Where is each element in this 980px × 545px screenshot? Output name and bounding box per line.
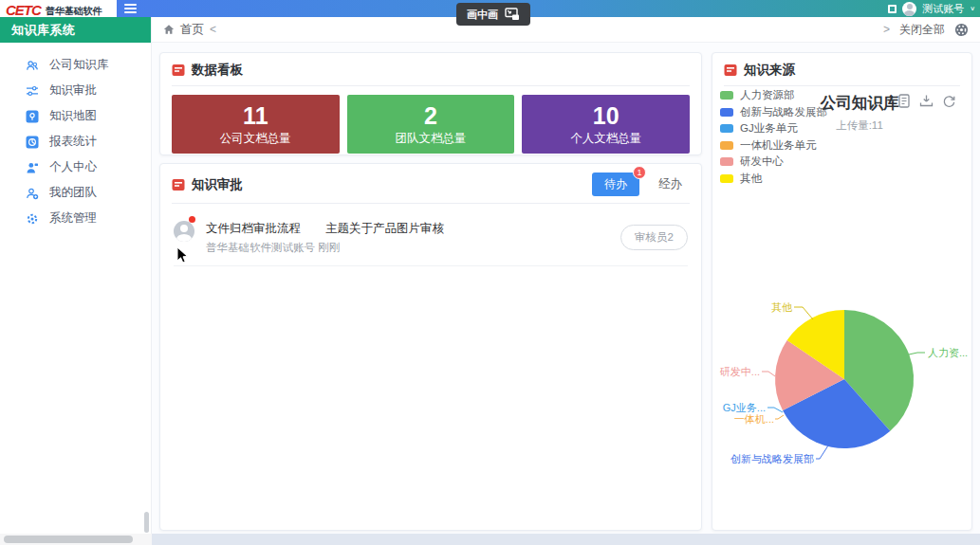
approval-item-meta: 普华基础软件测试账号 刚刚	[206, 241, 444, 255]
map-icon	[26, 110, 39, 123]
pie-slice[interactable]	[844, 310, 914, 431]
avatar	[174, 221, 194, 242]
sidebar-item-label: 个人中心	[49, 159, 97, 175]
chevron-left-icon[interactable]: <	[210, 23, 216, 36]
approval-list: 文件归档审批流程主题关于产品图片审核 普华基础软件测试账号 刚刚 审核员2	[160, 204, 701, 266]
reviewer-button[interactable]: 审核员2	[620, 225, 688, 250]
legend-item-5[interactable]: 其他	[720, 171, 827, 188]
tabs-bar: 首页 < > 关闭全部	[152, 17, 980, 43]
main-area: 首页 < > 关闭全部 数据看板 11	[152, 17, 980, 545]
pip-overlay[interactable]: 画中画	[456, 3, 530, 26]
stat-label: 个人文档总量	[570, 131, 641, 147]
avatar[interactable]	[902, 2, 916, 16]
sidebar-item-label: 公司知识库	[49, 57, 109, 73]
pie-label: 创新与战略发展部	[730, 453, 814, 464]
pie-label: 一体机...	[734, 413, 774, 425]
pie-slice[interactable]	[775, 340, 844, 410]
stat-value: 2	[424, 102, 437, 129]
username[interactable]: 测试账号	[922, 2, 964, 16]
sidebar-scrollbar[interactable]	[144, 512, 149, 533]
breadcrumb-home[interactable]: 首页	[180, 22, 204, 38]
approval-title: 知识审批	[192, 176, 243, 193]
people-icon	[26, 59, 39, 72]
legend-swatch	[720, 141, 733, 150]
bottom-strip	[152, 534, 980, 545]
chevron-right-icon[interactable]: >	[883, 23, 890, 36]
hamburger-menu-icon[interactable]	[124, 4, 137, 13]
stat-card-0[interactable]: 11 公司文档总量	[172, 95, 340, 154]
pie-label: 人力资...	[928, 347, 968, 358]
sidebar-item-2[interactable]: 知识地图	[0, 103, 151, 129]
approval-card: 知识审批 待办 1 经办 文件归档审批流程主题关于产品图片审核 普华基础软件测试…	[159, 163, 702, 531]
legend-label: 人力资源部	[740, 88, 795, 102]
chart-icon	[26, 136, 39, 149]
legend-swatch	[720, 108, 733, 117]
download-icon[interactable]	[919, 94, 934, 108]
sidebar-item-label: 报表统计	[49, 134, 97, 150]
logo-area: CETC 普华基础软件	[0, 0, 117, 17]
todo-badge: 1	[633, 166, 646, 179]
stat-value: 10	[593, 102, 619, 129]
pie-label-line	[775, 415, 784, 419]
team-icon	[26, 187, 39, 200]
sidebar-item-label: 知识审批	[49, 82, 97, 99]
section-icon	[172, 178, 185, 191]
refresh-icon[interactable]	[942, 94, 956, 108]
sidebar-item-0[interactable]: 公司知识库	[0, 52, 151, 78]
stat-label: 团队文档总量	[396, 131, 467, 147]
pie-label-line	[767, 408, 783, 412]
divider	[174, 265, 688, 266]
tab-done[interactable]: 经办	[658, 176, 682, 192]
close-all-button[interactable]: 关闭全部	[899, 22, 945, 38]
sidebar-item-5[interactable]: 我的团队	[0, 180, 151, 206]
section-icon	[172, 64, 185, 77]
stat-value: 11	[243, 102, 268, 129]
pie-label-line	[794, 307, 813, 319]
pie-slice[interactable]	[783, 379, 890, 448]
exit-pip-icon[interactable]	[505, 8, 520, 21]
brand-name: 普华基础软件	[46, 6, 102, 16]
sidebar-item-6[interactable]: 系统管理	[0, 206, 151, 231]
dashboard-card: 数据看板 11 公司文档总量2 团队文档总量10 个人文档总量	[159, 52, 702, 155]
sidebar-menu: 公司知识库知识审批知识地图报表统计个人中心我的团队系统管理	[0, 43, 151, 231]
cetc-logo: CETC	[6, 5, 41, 16]
breadcrumb[interactable]: 首页 <	[163, 22, 216, 38]
legend-label: 其他	[740, 172, 762, 186]
hscroll-thumb[interactable]	[4, 536, 133, 543]
stat-label: 公司文档总量	[220, 131, 291, 147]
stat-card-2[interactable]: 10 个人文档总量	[522, 95, 690, 154]
sidebar-item-1[interactable]: 知识审批	[0, 78, 151, 103]
pip-label: 画中画	[467, 8, 498, 22]
pie-label: 其他	[771, 301, 792, 313]
legend-swatch	[720, 157, 733, 166]
legend-item-3[interactable]: 一体机业务单元	[720, 137, 827, 154]
home-icon	[163, 24, 175, 35]
tabs-settings-gear-icon[interactable]	[954, 23, 969, 37]
app-title: 知识库系统	[0, 17, 151, 43]
fullscreen-icon[interactable]	[888, 5, 897, 13]
stats-row: 11 公司文档总量2 团队文档总量10 个人文档总量	[160, 86, 701, 154]
section-icon	[724, 64, 737, 77]
sidebar-item-label: 知识地图	[49, 108, 97, 124]
pie-label-line	[816, 445, 828, 459]
legend-item-4[interactable]: 研发中心	[720, 154, 827, 171]
sidebar-item-4[interactable]: 个人中心	[0, 154, 151, 180]
mouse-cursor	[176, 246, 189, 264]
document-icon[interactable]	[897, 94, 911, 108]
dashboard-title: 数据看板	[192, 62, 243, 79]
approval-item[interactable]: 文件归档审批流程主题关于产品图片审核 普华基础软件测试账号 刚刚 审核员2	[160, 204, 701, 266]
content-area: 数据看板 11 公司文档总量2 团队文档总量10 个人文档总量 知识审批	[152, 43, 980, 534]
tab-todo[interactable]: 待办 1	[592, 173, 639, 196]
sidebar-item-3[interactable]: 报表统计	[0, 129, 151, 154]
legend-label: GJ业务单元	[740, 121, 798, 136]
pie-slice[interactable]	[787, 310, 844, 379]
pie-label: 研发中...	[720, 366, 760, 377]
gear-icon	[26, 212, 39, 226]
user-icon	[26, 161, 39, 174]
pie-label-line	[909, 353, 925, 354]
pie-label: GJ业务...	[723, 402, 766, 413]
stat-card-1[interactable]: 2 团队文档总量	[347, 95, 515, 154]
legend-swatch	[720, 91, 733, 100]
chevron-down-icon[interactable]: ∨	[970, 5, 975, 11]
knowledge-source-card: 知识来源 人力资源部 创新与战略发展部 GJ业务单元 一体机业务单元 研发中心 …	[712, 52, 972, 531]
